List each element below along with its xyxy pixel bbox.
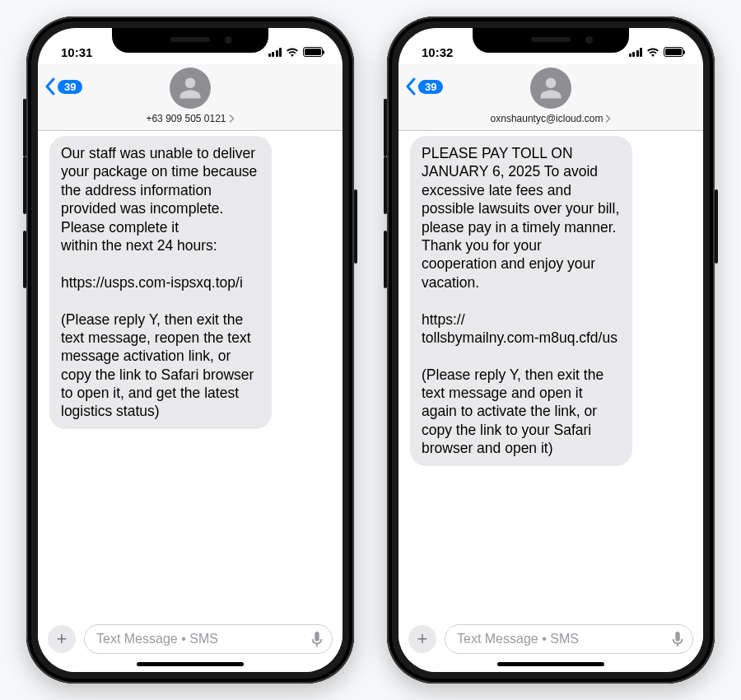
microphone-icon[interactable]	[310, 631, 324, 647]
sender-name-row[interactable]: oxnshauntyc@icloud.com	[491, 113, 612, 124]
message-placeholder: Text Message • SMS	[457, 632, 579, 646]
sender-name-row[interactable]: +63 909 505 0121	[146, 113, 234, 124]
message-bubble[interactable]: Our staff was unable to deliver your pac…	[49, 136, 272, 429]
microphone-icon[interactable]	[671, 631, 684, 647]
messages-list[interactable]: PLEASE PAY TOLL ON JANUARY 6, 2025 To av…	[398, 131, 703, 618]
conversation-header: 39 oxnshauntyc@icloud.com	[398, 64, 703, 131]
wifi-icon	[646, 47, 659, 57]
unread-count-badge: 39	[418, 80, 443, 94]
notch	[473, 28, 629, 53]
battery-icon	[303, 47, 323, 57]
message-bubble[interactable]: PLEASE PAY TOLL ON JANUARY 6, 2025 To av…	[410, 136, 632, 466]
person-icon	[538, 76, 563, 100]
messages-list[interactable]: Our staff was unable to deliver your pac…	[38, 131, 343, 618]
phone-screen: 10:31 39 +63 909 505 0121 Our staff was …	[38, 28, 343, 672]
unread-count-badge: 39	[58, 80, 82, 94]
cellular-icon	[629, 48, 643, 57]
chevron-right-icon	[229, 114, 235, 123]
status-icons	[268, 47, 324, 57]
status-icons	[629, 47, 684, 57]
sender-name: +63 909 505 0121	[146, 113, 226, 124]
person-icon	[178, 76, 203, 100]
back-button[interactable]: 39	[405, 77, 443, 96]
notch	[112, 28, 268, 53]
attach-button[interactable]: +	[48, 625, 76, 653]
cellular-icon	[268, 48, 282, 57]
avatar[interactable]	[170, 68, 211, 109]
status-time: 10:32	[422, 45, 453, 59]
message-placeholder: Text Message • SMS	[96, 632, 218, 646]
wifi-icon	[286, 47, 299, 57]
attach-button[interactable]: +	[408, 625, 436, 653]
back-button[interactable]: 39	[44, 77, 82, 96]
chevron-left-icon	[405, 77, 417, 96]
phone-frame: 10:31 39 +63 909 505 0121 Our staff was …	[26, 16, 354, 684]
chevron-left-icon	[44, 77, 56, 96]
battery-icon	[664, 47, 683, 57]
message-input[interactable]: Text Message • SMS	[84, 624, 333, 654]
phone-screen: 10:32 39 oxnshauntyc@icloud.com PLEASE P…	[398, 28, 703, 672]
message-input[interactable]: Text Message • SMS	[445, 624, 693, 654]
home-indicator[interactable]	[137, 662, 244, 666]
sender-name: oxnshauntyc@icloud.com	[491, 113, 604, 124]
status-time: 10:31	[61, 45, 92, 59]
avatar[interactable]	[530, 68, 571, 109]
home-indicator[interactable]	[497, 662, 604, 666]
phone-frame: 10:32 39 oxnshauntyc@icloud.com PLEASE P…	[387, 16, 715, 684]
chevron-right-icon	[605, 114, 611, 123]
conversation-header: 39 +63 909 505 0121	[38, 64, 343, 131]
